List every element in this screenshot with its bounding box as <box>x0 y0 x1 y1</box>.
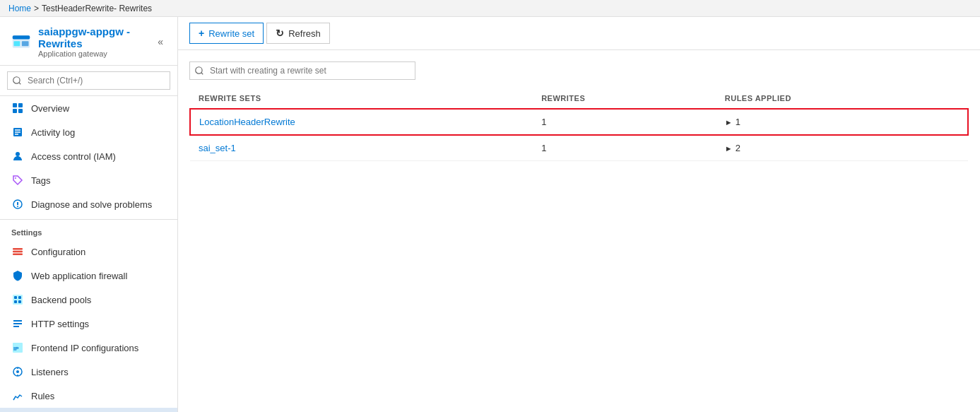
svg-rect-3 <box>22 41 29 46</box>
rewrites-count: 1 <box>533 135 716 161</box>
resource-subtitle: Application gateway <box>38 49 148 58</box>
breadcrumb-home[interactable]: Home <box>8 4 31 13</box>
sidebar-item-overview-label: Overview <box>31 103 166 114</box>
sidebar: saiappgw-appgw - Rewrites Application ga… <box>0 17 178 412</box>
svg-point-31 <box>16 370 19 373</box>
panel-content: REWRITE SETS REWRITES RULES APPLIED Loca… <box>178 50 980 412</box>
sidebar-item-listeners-label: Listeners <box>31 367 166 377</box>
rules-arrow-icon: ► <box>725 144 733 153</box>
rewrite-set-name[interactable]: LocationHeaderRewrite <box>190 109 533 135</box>
rewrite-set-button[interactable]: + Rewrite set <box>189 23 264 44</box>
svg-rect-23 <box>14 300 17 303</box>
sidebar-item-tags-label: Tags <box>31 175 166 186</box>
sidebar-search-container <box>0 66 177 96</box>
toolbar: + Rewrite set ↻ Refresh <box>178 17 980 50</box>
settings-section-label: Settings <box>0 219 177 240</box>
sidebar-item-rewrites[interactable]: Rewrites <box>0 408 177 412</box>
rewrite-set-link[interactable]: sai_set-1 <box>199 143 236 153</box>
sidebar-item-iam-label: Access control (IAM) <box>31 151 166 162</box>
sidebar-item-diagnose[interactable]: Diagnose and solve problems <box>0 192 177 216</box>
sidebar-item-activity-log-label: Activity log <box>31 127 166 138</box>
sidebar-item-frontend-ip-label: Frontend IP configurations <box>31 343 166 353</box>
overview-icon <box>11 102 24 114</box>
svg-rect-6 <box>13 109 17 113</box>
rewrite-set-label: Rewrite set <box>208 28 254 39</box>
refresh-button[interactable]: ↻ Refresh <box>266 23 330 44</box>
rules-icon <box>11 389 24 402</box>
sidebar-item-rules-label: Rules <box>31 391 166 401</box>
nav-items: Overview Activity log Access control (IA… <box>0 96 177 412</box>
plus-icon: + <box>199 28 204 39</box>
collapse-sidebar-button[interactable]: « <box>155 35 166 49</box>
rewrites-table: REWRITE SETS REWRITES RULES APPLIED Loca… <box>189 88 969 161</box>
resource-title: saiappgw-appgw - Rewrites <box>38 25 148 49</box>
rewrites-count: 1 <box>533 109 716 135</box>
col-header-rewrite-sets: REWRITE SETS <box>190 88 533 109</box>
filter-bar <box>189 61 969 80</box>
iam-icon <box>11 150 24 163</box>
rules-applied-count: ►2 <box>716 135 968 161</box>
backend-pools-icon <box>11 293 24 306</box>
main-panel: + Rewrite set ↻ Refresh RE <box>178 17 980 412</box>
svg-point-16 <box>17 206 18 207</box>
refresh-icon: ↻ <box>276 28 284 39</box>
rules-applied-value: 1 <box>736 117 740 127</box>
breadcrumb-current: TestHeaderRewrite- Rewrites <box>42 4 152 13</box>
tags-icon <box>11 174 24 187</box>
activity-log-icon <box>11 126 24 139</box>
sidebar-item-waf-label: Web application firewall <box>31 271 166 281</box>
svg-rect-5 <box>18 103 23 107</box>
svg-rect-21 <box>14 296 17 299</box>
refresh-label: Refresh <box>288 28 321 39</box>
rewrite-set-name[interactable]: sai_set-1 <box>190 135 533 161</box>
sidebar-item-frontend-ip[interactable]: IP Frontend IP configurations <box>0 336 177 360</box>
sidebar-item-backend-pools[interactable]: Backend pools <box>0 288 177 312</box>
sidebar-search-input[interactable] <box>7 71 170 90</box>
http-settings-icon <box>11 317 24 330</box>
configuration-icon <box>11 245 24 258</box>
svg-rect-20 <box>13 295 23 305</box>
sidebar-item-waf[interactable]: Web application firewall <box>0 264 177 288</box>
svg-rect-7 <box>18 109 23 113</box>
table-row[interactable]: LocationHeaderRewrite1►1 <box>190 109 968 135</box>
rules-applied-count: ►1 <box>716 109 968 135</box>
svg-point-13 <box>15 177 16 179</box>
svg-text:IP: IP <box>13 346 19 352</box>
svg-rect-2 <box>14 41 20 46</box>
sidebar-item-diagnose-label: Diagnose and solve problems <box>31 199 166 210</box>
waf-icon <box>11 269 24 282</box>
col-header-rewrites: REWRITES <box>533 88 716 109</box>
listeners-icon <box>11 365 24 378</box>
resource-header: saiappgw-appgw - Rewrites Application ga… <box>0 17 177 66</box>
filter-input[interactable] <box>189 61 415 80</box>
diagnose-icon <box>11 198 24 211</box>
app-gateway-icon <box>11 30 31 53</box>
svg-rect-4 <box>13 103 17 107</box>
svg-rect-17 <box>13 248 23 250</box>
svg-rect-1 <box>13 35 30 39</box>
sidebar-item-backend-pools-label: Backend pools <box>31 295 166 305</box>
sidebar-item-http-settings-label: HTTP settings <box>31 319 166 329</box>
svg-rect-22 <box>18 296 21 299</box>
sidebar-item-iam[interactable]: Access control (IAM) <box>0 144 177 168</box>
svg-point-12 <box>16 152 20 156</box>
rules-applied-value: 2 <box>736 143 740 153</box>
svg-rect-19 <box>13 254 23 256</box>
col-header-rules-applied: RULES APPLIED <box>716 88 968 109</box>
svg-rect-24 <box>18 300 21 303</box>
breadcrumb: Home > TestHeaderRewrite- Rewrites <box>0 0 980 17</box>
svg-rect-18 <box>13 251 23 253</box>
frontend-ip-icon: IP <box>11 341 24 354</box>
table-row[interactable]: sai_set-11►2 <box>190 135 968 161</box>
sidebar-item-configuration[interactable]: Configuration <box>0 240 177 264</box>
sidebar-item-overview[interactable]: Overview <box>0 96 177 120</box>
sidebar-item-rules[interactable]: Rules <box>0 384 177 408</box>
rules-arrow-icon: ► <box>725 118 733 126</box>
rewrite-set-link[interactable]: LocationHeaderRewrite <box>199 117 295 127</box>
sidebar-item-activity-log[interactable]: Activity log <box>0 120 177 144</box>
sidebar-item-http-settings[interactable]: HTTP settings <box>0 312 177 336</box>
sidebar-item-tags[interactable]: Tags <box>0 168 177 192</box>
sidebar-item-listeners[interactable]: Listeners <box>0 360 177 384</box>
sidebar-item-configuration-label: Configuration <box>31 247 166 257</box>
